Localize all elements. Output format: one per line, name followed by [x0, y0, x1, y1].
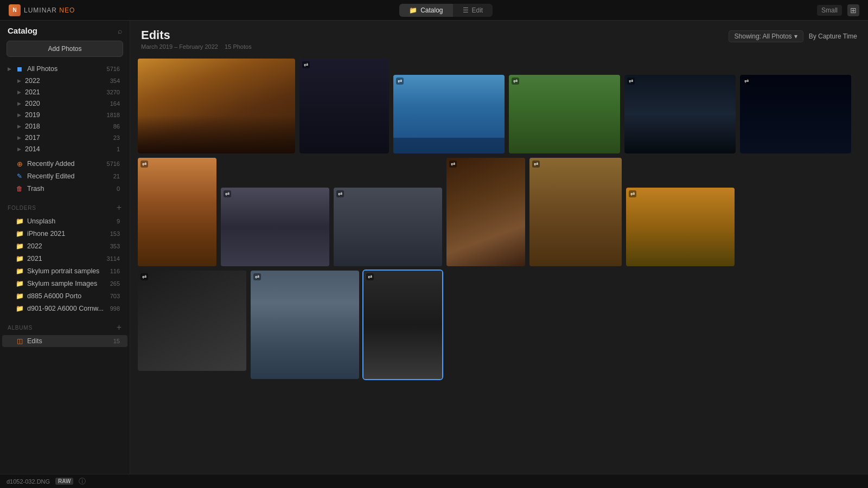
photo-thumb[interactable]: ⇄ — [334, 188, 442, 266]
photo-thumb[interactable]: ⇄ — [299, 59, 389, 153]
add-folder-icon[interactable]: + — [117, 203, 122, 213]
folders-section: ▶ 📁 Unsplash 9 ▶ 📁 iPhone 2021 153 ▶ 📁 2… — [0, 215, 130, 315]
recently-added-icon: ⊕ — [15, 159, 24, 168]
catalog-tab-label: Catalog — [420, 7, 443, 14]
sidebar-item-2022[interactable]: ▶ 2022 354 — [2, 75, 127, 86]
photo-thumb[interactable] — [138, 59, 295, 153]
photo-thumb[interactable]: ⇄ — [138, 158, 216, 266]
capture-time-button[interactable]: By Capture Time — [809, 33, 857, 40]
sidebar-item-count: 86 — [113, 123, 120, 130]
fullscreen-icon[interactable]: ⊞ — [847, 4, 859, 16]
sidebar-item-unsplash[interactable]: ▶ 📁 Unsplash 9 — [2, 215, 127, 227]
sidebar-item-label: 2021 — [25, 88, 105, 96]
sidebar-item-count: 3114 — [107, 255, 120, 262]
showing-label: Showing: All Photos — [735, 33, 792, 40]
sidebar-item-d901-cornw[interactable]: ▶ 📁 d901-902 A6000 Cornw... 998 — [2, 303, 127, 314]
info-icon[interactable]: ⓘ — [79, 477, 86, 486]
photo-thumb[interactable]: ⇄ — [740, 75, 851, 153]
sidebar-item-label: All Photos — [27, 65, 105, 73]
sidebar-item-count: 5716 — [107, 160, 120, 167]
trash-icon: 🗑 — [15, 184, 24, 193]
content-title-block: Edits March 2019 – February 2022 15 Phot… — [141, 28, 252, 50]
sidebar-item-all-photos[interactable]: ▶ ◼ All Photos 5716 — [2, 63, 127, 75]
photo-thumb[interactable]: ⇄ — [363, 271, 442, 379]
sidebar-item-count: 1 — [117, 146, 120, 152]
folder-icon: 📁 — [15, 279, 24, 288]
sidebar-item-label: d885 A6000 Porto — [27, 292, 108, 300]
logo-text: LUMINAR NEO — [24, 7, 75, 14]
folder-icon: 📁 — [15, 267, 24, 275]
add-photos-button[interactable]: Add Photos — [7, 41, 123, 57]
sidebar-item-count: 5716 — [107, 66, 120, 72]
sidebar-item-count: 9 — [117, 218, 120, 224]
grid-row-3: ⇄ ⇄ ⇄ — [138, 271, 860, 379]
library-section: ▶ ◼ All Photos 5716 ▶ 2022 354 ▶ 2021 32… — [0, 62, 130, 195]
content-header: Edits March 2019 – February 2022 15 Phot… — [130, 21, 868, 53]
sidebar-header: Catalog ⌕ — [0, 21, 130, 38]
edit-tab[interactable]: ☰ Edit — [453, 4, 493, 17]
add-album-icon[interactable]: + — [117, 323, 122, 332]
sidebar-item-count: 3270 — [107, 89, 120, 95]
sidebar-item-count: 998 — [110, 305, 120, 312]
grid-row-1: ⇄ ⇄ ⇄ ⇄ — [138, 59, 860, 153]
sidebar-item-2018[interactable]: ▶ 2018 86 — [2, 121, 127, 132]
photo-thumb[interactable]: ⇄ — [626, 188, 735, 266]
sidebar-item-recently-added[interactable]: ▶ ⊕ Recently Added 5716 — [2, 158, 127, 170]
photo-thumb[interactable]: ⇄ — [446, 158, 525, 266]
sidebar-item-count: 15 — [113, 338, 120, 344]
sidebar-item-skylum-portrait[interactable]: ▶ 📁 Skylum portrait samples 116 — [2, 265, 127, 277]
photo-thumb[interactable]: ⇄ — [393, 75, 505, 153]
sidebar-item-folder-2021[interactable]: ▶ 📁 2021 3114 — [2, 253, 127, 265]
folder-icon: 📁 — [15, 242, 24, 251]
chevron-down-icon: ▾ — [794, 33, 797, 40]
catalog-tab[interactable]: 📁 Catalog — [399, 4, 452, 17]
photo-thumb[interactable]: ⇄ — [221, 188, 329, 266]
sidebar-item-label: Skylum portrait samples — [27, 267, 108, 275]
sidebar-item-label: Trash — [27, 185, 114, 192]
chevron-icon: ▶ — [8, 66, 15, 72]
sidebar-item-count: 23 — [113, 134, 120, 141]
edit-badge-icon: ⇄ — [512, 78, 519, 85]
folders-label: Folders + — [0, 197, 130, 215]
edit-badge-icon: ⇄ — [141, 160, 148, 168]
search-icon[interactable]: ⌕ — [118, 27, 122, 35]
photo-thumb[interactable]: ⇄ — [251, 271, 359, 379]
folder-icon: 📁 — [15, 229, 24, 238]
sidebar-item-2017[interactable]: ▶ 2017 23 — [2, 132, 127, 143]
sidebar-item-edits[interactable]: ▶ ◫ Edits 15 — [2, 335, 127, 347]
photo-thumb[interactable]: ⇄ — [509, 75, 620, 153]
edit-tab-label: Edit — [472, 7, 483, 14]
content-toolbar: Showing: All Photos ▾ By Capture Time — [729, 28, 857, 42]
photo-thumb[interactable]: ⇄ — [529, 158, 622, 266]
chevron-icon: ▶ — [17, 89, 25, 95]
sidebar-item-2021[interactable]: ▶ 2021 3270 — [2, 87, 127, 98]
recently-edited-icon: ✎ — [15, 172, 24, 181]
chevron-icon: ▶ — [17, 78, 25, 84]
showing-button[interactable]: Showing: All Photos ▾ — [729, 30, 803, 42]
sidebar-item-2019[interactable]: ▶ 2019 1818 — [2, 110, 127, 120]
sidebar-item-trash[interactable]: ▶ 🗑 Trash 0 — [2, 183, 127, 195]
sidebar-item-count: 1818 — [107, 112, 120, 118]
content-area: Edits March 2019 – February 2022 15 Phot… — [130, 21, 868, 474]
date-range: March 2019 – February 2022 — [141, 43, 218, 50]
size-selector[interactable]: Small — [817, 5, 842, 16]
sidebar-item-count: 21 — [113, 173, 120, 179]
sidebar-item-skylum-sample[interactable]: ▶ 📁 Skylum sample Images 265 — [2, 278, 127, 290]
photo-thumb[interactable]: ⇄ — [624, 75, 736, 153]
sidebar-item-label: 2014 — [25, 145, 114, 153]
sidebar-item-recently-edited[interactable]: ▶ ✎ Recently Edited 21 — [2, 170, 127, 182]
edit-badge-icon: ⇄ — [336, 190, 344, 197]
edit-badge-icon: ⇄ — [627, 78, 635, 85]
sidebar-item-d885-porto[interactable]: ▶ 📁 d885 A6000 Porto 703 — [2, 290, 127, 302]
album-icon: ◫ — [15, 337, 24, 345]
sidebar-item-iphone-2021[interactable]: ▶ 📁 iPhone 2021 153 — [2, 228, 127, 240]
sidebar-item-2020[interactable]: ▶ 2020 164 — [2, 98, 127, 109]
edit-badge-icon: ⇄ — [449, 160, 457, 168]
chevron-icon: ▶ — [17, 124, 25, 129]
photo-grid: ⇄ ⇄ ⇄ ⇄ — [130, 53, 868, 474]
sidebar-item-label: 2019 — [25, 111, 105, 119]
sidebar-item-folder-2022[interactable]: ▶ 📁 2022 353 — [2, 240, 127, 252]
photo-thumb[interactable]: ⇄ — [138, 271, 246, 371]
sidebar-item-count: 164 — [110, 100, 120, 107]
sidebar-item-2014[interactable]: ▶ 2014 1 — [2, 144, 127, 155]
